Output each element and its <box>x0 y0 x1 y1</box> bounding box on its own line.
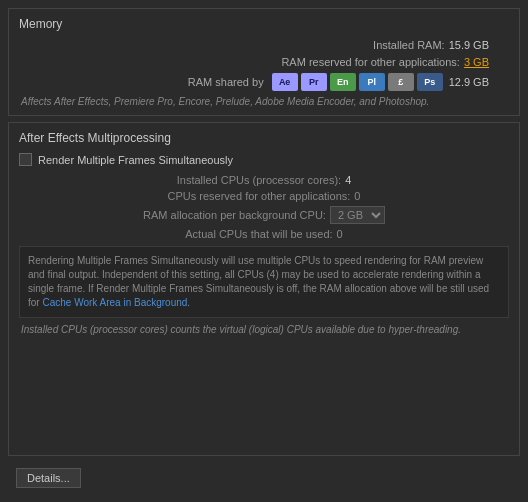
description-text: Rendering Multiple Frames Simultaneously… <box>28 255 489 308</box>
bottom-bar: Details... <box>8 462 520 494</box>
note-text: Installed CPUs (processor cores) counts … <box>21 324 507 335</box>
reserved-cpus-row: CPUs reserved for other applications: 0 <box>19 190 509 202</box>
app-badges-container: Ae Pr En Pl £ Ps <box>272 73 443 91</box>
badge-en: En <box>330 73 356 91</box>
memory-title: Memory <box>19 17 509 31</box>
reserved-ram-row: RAM reserved for other applications: 3 G… <box>19 56 509 68</box>
installed-ram-label: Installed RAM: <box>373 39 445 51</box>
badge-pl: Pl <box>359 73 385 91</box>
reserved-ram-value[interactable]: 3 GB <box>464 56 489 68</box>
shared-ram-label: RAM shared by <box>188 76 264 88</box>
memory-section: Memory Installed RAM: 15.9 GB RAM reserv… <box>8 8 520 116</box>
ram-per-cpu-dropdown[interactable]: 2 GB 1 GB 3 GB 4 GB <box>330 206 385 224</box>
ram-per-cpu-label: RAM allocation per background CPU: <box>143 209 326 221</box>
installed-ram-row: Installed RAM: 15.9 GB <box>19 39 509 51</box>
installed-cpus-row: Installed CPUs (processor cores): 4 <box>19 174 509 186</box>
installed-ram-value: 15.9 GB <box>449 39 489 51</box>
ram-dropdown-wrapper: 2 GB 1 GB 3 GB 4 GB <box>330 206 385 224</box>
badge-ae: Ae <box>272 73 298 91</box>
render-frames-row[interactable]: Render Multiple Frames Simultaneously <box>19 153 509 166</box>
actual-cpus-label: Actual CPUs that will be used: <box>185 228 332 240</box>
ram-per-cpu-row: RAM allocation per background CPU: 2 GB … <box>19 206 509 224</box>
main-container: Memory Installed RAM: 15.9 GB RAM reserv… <box>0 0 528 502</box>
reserved-cpus-value: 0 <box>354 190 360 202</box>
badge-ps: Ps <box>417 73 443 91</box>
actual-cpus-row: Actual CPUs that will be used: 0 <box>19 228 509 240</box>
ae-section: After Effects Multiprocessing Render Mul… <box>8 122 520 456</box>
badge-pr: Pr <box>301 73 327 91</box>
description-box: Rendering Multiple Frames Simultaneously… <box>19 246 509 318</box>
shared-ram-row: RAM shared by Ae Pr En Pl £ Ps 12.9 GB <box>19 73 509 91</box>
ae-section-title: After Effects Multiprocessing <box>19 131 509 145</box>
render-frames-checkbox[interactable] <box>19 153 32 166</box>
cache-link[interactable]: Cache Work Area in Background <box>42 297 187 308</box>
reserved-cpus-label: CPUs reserved for other applications: <box>168 190 351 202</box>
details-button[interactable]: Details... <box>16 468 81 488</box>
installed-cpus-value: 4 <box>345 174 351 186</box>
shared-ram-value: 12.9 GB <box>449 76 489 88</box>
reserved-ram-label: RAM reserved for other applications: <box>281 56 460 68</box>
affects-text: Affects After Effects, Premiere Pro, Enc… <box>19 96 509 107</box>
badge-me: £ <box>388 73 414 91</box>
actual-cpus-value: 0 <box>337 228 343 240</box>
installed-cpus-label: Installed CPUs (processor cores): <box>177 174 341 186</box>
render-frames-label: Render Multiple Frames Simultaneously <box>38 154 233 166</box>
